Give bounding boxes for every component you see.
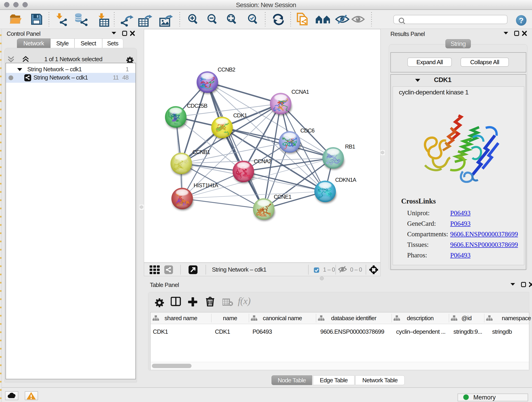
svg-text:HIST1H1A: HIST1H1A <box>194 182 218 188</box>
svg-text:CCNA1: CCNA1 <box>291 89 309 95</box>
svg-text:CCNB1: CCNB1 <box>192 149 210 155</box>
svg-text:RB1: RB1 <box>345 143 355 150</box>
svg-text:CDC6: CDC6 <box>300 128 315 134</box>
svg-text:CDK1: CDK1 <box>233 112 247 119</box>
svg-text:CCNB2: CCNB2 <box>218 66 235 73</box>
svg-text:CDC25B: CDC25B <box>187 103 207 109</box>
svg-text:CCNA2: CCNA2 <box>254 158 272 164</box>
svg-text:CCNE1: CCNE1 <box>274 194 291 200</box>
svg-text:CDKN1A: CDKN1A <box>335 177 356 183</box>
